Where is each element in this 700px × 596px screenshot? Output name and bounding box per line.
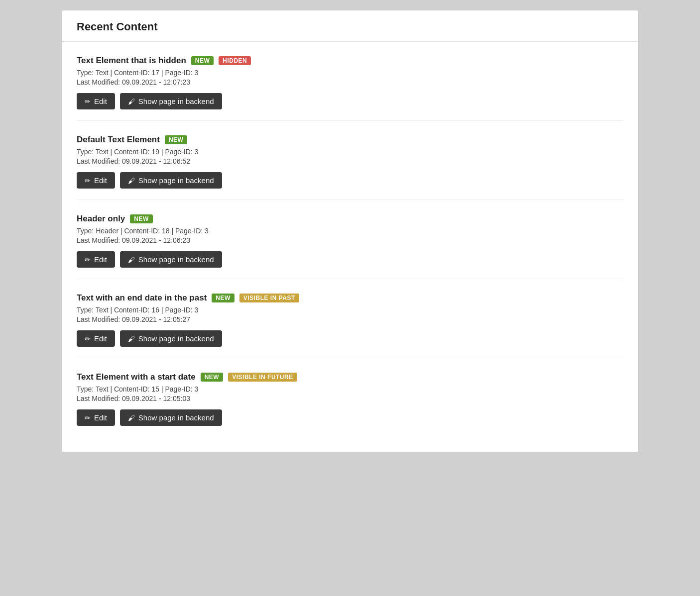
badge-visible-past: VISIBLE IN PAST bbox=[239, 294, 299, 302]
item-actions: ✏Edit🖌Show page in backend bbox=[77, 330, 623, 347]
edit-button[interactable]: ✏Edit bbox=[77, 330, 115, 347]
item-meta-type: Type: Text | Content-ID: 17 | Page-ID: 3 bbox=[77, 69, 623, 77]
backend-label: Show page in backend bbox=[138, 413, 214, 422]
item-title: Text Element that is hidden bbox=[77, 56, 186, 66]
backend-icon: 🖌 bbox=[128, 256, 135, 264]
item-actions: ✏Edit🖌Show page in backend bbox=[77, 172, 623, 189]
item-title: Text Element with a start date bbox=[77, 372, 196, 382]
edit-label: Edit bbox=[94, 176, 107, 185]
card-header: Recent Content bbox=[62, 10, 638, 42]
list-item: Header onlyNEWType: Header | Content-ID:… bbox=[77, 200, 623, 279]
item-meta-type: Type: Text | Content-ID: 16 | Page-ID: 3 bbox=[77, 306, 623, 314]
edit-icon: ✏ bbox=[85, 414, 91, 422]
item-meta-type: Type: Text | Content-ID: 15 | Page-ID: 3 bbox=[77, 385, 623, 393]
edit-label: Edit bbox=[94, 97, 107, 105]
backend-label: Show page in backend bbox=[138, 255, 214, 264]
backend-icon: 🖌 bbox=[128, 335, 135, 343]
item-title: Header only bbox=[77, 214, 125, 224]
edit-button[interactable]: ✏Edit bbox=[77, 93, 115, 109]
badge-new: NEW bbox=[212, 294, 234, 302]
edit-icon: ✏ bbox=[85, 335, 91, 343]
item-title-row: Default Text ElementNEW bbox=[77, 135, 623, 145]
list-item: Text with an end date in the pastNEWVISI… bbox=[77, 279, 623, 358]
edit-label: Edit bbox=[94, 413, 107, 422]
item-meta-type: Type: Text | Content-ID: 19 | Page-ID: 3 bbox=[77, 148, 623, 156]
badge-new: NEW bbox=[165, 135, 188, 144]
backend-label: Show page in backend bbox=[138, 97, 214, 105]
list-item: Text Element with a start dateNEWVISIBLE… bbox=[77, 358, 623, 437]
backend-label: Show page in backend bbox=[138, 176, 214, 185]
list-item: Text Element that is hiddenNEWHIDDENType… bbox=[77, 42, 623, 121]
edit-icon: ✏ bbox=[85, 256, 91, 264]
edit-button[interactable]: ✏Edit bbox=[77, 172, 115, 189]
item-meta-type: Type: Header | Content-ID: 18 | Page-ID:… bbox=[77, 227, 623, 235]
edit-label: Edit bbox=[94, 334, 107, 343]
show-backend-button[interactable]: 🖌Show page in backend bbox=[120, 172, 222, 189]
backend-icon: 🖌 bbox=[128, 414, 135, 422]
show-backend-button[interactable]: 🖌Show page in backend bbox=[120, 251, 222, 268]
backend-icon: 🖌 bbox=[128, 98, 135, 105]
item-title: Text with an end date in the past bbox=[77, 293, 207, 303]
item-actions: ✏Edit🖌Show page in backend bbox=[77, 251, 623, 268]
item-title-row: Text Element with a start dateNEWVISIBLE… bbox=[77, 372, 623, 382]
card-body: Text Element that is hiddenNEWHIDDENType… bbox=[62, 42, 638, 437]
edit-icon: ✏ bbox=[85, 177, 91, 185]
show-backend-button[interactable]: 🖌Show page in backend bbox=[120, 330, 222, 347]
badge-new: NEW bbox=[130, 214, 153, 223]
item-meta-modified: Last Modified: 09.09.2021 - 12:06:52 bbox=[77, 157, 623, 165]
item-meta-modified: Last Modified: 09.09.2021 - 12:07:23 bbox=[77, 78, 623, 86]
page-title: Recent Content bbox=[77, 20, 623, 33]
item-meta-modified: Last Modified: 09.09.2021 - 12:06:23 bbox=[77, 236, 623, 244]
badge-new: NEW bbox=[191, 56, 214, 65]
edit-button[interactable]: ✏Edit bbox=[77, 251, 115, 268]
edit-icon: ✏ bbox=[85, 98, 91, 105]
badge-new: NEW bbox=[201, 373, 224, 382]
item-title-row: Text with an end date in the pastNEWVISI… bbox=[77, 293, 623, 303]
item-meta-modified: Last Modified: 09.09.2021 - 12:05:03 bbox=[77, 395, 623, 402]
item-actions: ✏Edit🖌Show page in backend bbox=[77, 93, 623, 109]
edit-label: Edit bbox=[94, 255, 107, 264]
item-actions: ✏Edit🖌Show page in backend bbox=[77, 409, 623, 426]
item-meta-modified: Last Modified: 09.09.2021 - 12:05:27 bbox=[77, 315, 623, 323]
item-title: Default Text Element bbox=[77, 135, 160, 145]
show-backend-button[interactable]: 🖌Show page in backend bbox=[120, 409, 222, 426]
show-backend-button[interactable]: 🖌Show page in backend bbox=[120, 93, 222, 109]
badge-visible-future: VISIBLE IN FUTURE bbox=[228, 373, 297, 382]
backend-label: Show page in backend bbox=[138, 334, 214, 343]
backend-icon: 🖌 bbox=[128, 177, 135, 185]
list-item: Default Text ElementNEWType: Text | Cont… bbox=[77, 121, 623, 200]
item-title-row: Header onlyNEW bbox=[77, 214, 623, 224]
item-title-row: Text Element that is hiddenNEWHIDDEN bbox=[77, 56, 623, 66]
recent-content-card: Recent Content Text Element that is hidd… bbox=[61, 10, 639, 452]
badge-hidden: HIDDEN bbox=[219, 56, 251, 65]
edit-button[interactable]: ✏Edit bbox=[77, 409, 115, 426]
